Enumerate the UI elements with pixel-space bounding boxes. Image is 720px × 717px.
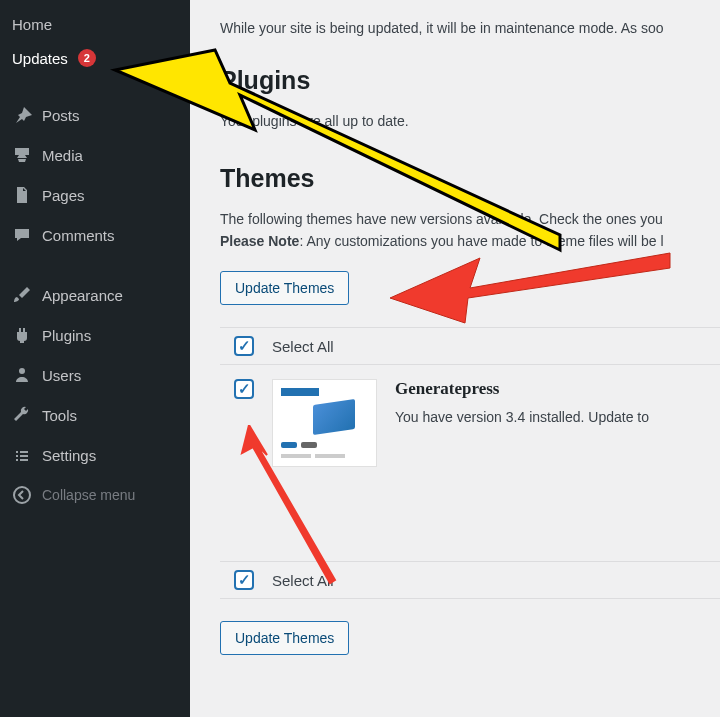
brush-icon: [12, 285, 32, 305]
collapse-menu[interactable]: Collapse menu: [0, 475, 190, 515]
themes-note: Please Note: Any customizations you have…: [220, 233, 720, 249]
svg-point-0: [14, 487, 30, 503]
theme-thumbnail: [272, 379, 377, 467]
theme-name: Generatepress: [395, 379, 720, 399]
sidebar-item-pages[interactable]: Pages: [0, 175, 190, 215]
settings-icon: [12, 445, 32, 465]
sidebar-item-label: Settings: [42, 447, 96, 464]
sidebar-item-label: Tools: [42, 407, 77, 424]
sidebar-item-settings[interactable]: Settings: [0, 435, 190, 475]
media-icon: [12, 145, 32, 165]
collapse-label: Collapse menu: [42, 487, 135, 503]
sidebar-item-media[interactable]: Media: [0, 135, 190, 175]
sidebar-item-tools[interactable]: Tools: [0, 395, 190, 435]
select-all-checkbox-bottom[interactable]: ✓: [234, 570, 254, 590]
sidebar-item-comments[interactable]: Comments: [0, 215, 190, 255]
sidebar-item-users[interactable]: Users: [0, 355, 190, 395]
admin-sidebar: Home Updates 2 Posts Media Pages Comment…: [0, 0, 190, 717]
plugin-icon: [12, 325, 32, 345]
theme-row: ✓ Generatepress You have version 3.4 ins…: [220, 364, 720, 481]
theme-info: Generatepress You have version 3.4 insta…: [395, 379, 720, 425]
page-icon: [12, 185, 32, 205]
sidebar-item-label: Posts: [42, 107, 80, 124]
sidebar-item-label: Updates: [12, 50, 68, 67]
theme-checkbox[interactable]: ✓: [234, 379, 254, 399]
sidebar-item-label: Media: [42, 147, 83, 164]
wrench-icon: [12, 405, 32, 425]
sidebar-item-label: Comments: [42, 227, 115, 244]
select-all-row-top: ✓ Select All: [220, 327, 720, 364]
plugins-status: Your plugins are all up to date.: [220, 113, 720, 129]
pin-icon: [12, 105, 32, 125]
sidebar-item-label: Users: [42, 367, 81, 384]
update-themes-button[interactable]: Update Themes: [220, 271, 349, 305]
themes-intro: The following themes have new versions a…: [220, 211, 720, 227]
sidebar-item-updates[interactable]: Updates 2: [0, 41, 190, 75]
sidebar-item-label: Plugins: [42, 327, 91, 344]
sidebar-item-posts[interactable]: Posts: [0, 95, 190, 135]
select-all-label: Select All: [272, 338, 334, 355]
user-icon: [12, 365, 32, 385]
main-content: While your site is being updated, it wil…: [190, 0, 720, 717]
sidebar-item-plugins[interactable]: Plugins: [0, 315, 190, 355]
comment-icon: [12, 225, 32, 245]
theme-version-text: You have version 3.4 installed. Update t…: [395, 409, 720, 425]
update-themes-button-bottom[interactable]: Update Themes: [220, 621, 349, 655]
sidebar-item-label: Appearance: [42, 287, 123, 304]
note-label: Please Note: [220, 233, 299, 249]
sidebar-item-label: Home: [12, 16, 52, 33]
maintenance-note: While your site is being updated, it wil…: [220, 20, 720, 36]
collapse-icon: [12, 485, 32, 505]
select-all-row-bottom: ✓ Select All: [220, 561, 720, 599]
sidebar-item-label: Pages: [42, 187, 85, 204]
themes-heading: Themes: [220, 164, 720, 193]
sidebar-item-home[interactable]: Home: [0, 8, 190, 41]
select-all-checkbox-top[interactable]: ✓: [234, 336, 254, 356]
select-all-label-bottom: Select All: [272, 572, 334, 589]
plugins-heading: Plugins: [220, 66, 720, 95]
sidebar-item-appearance[interactable]: Appearance: [0, 275, 190, 315]
updates-badge: 2: [78, 49, 96, 67]
